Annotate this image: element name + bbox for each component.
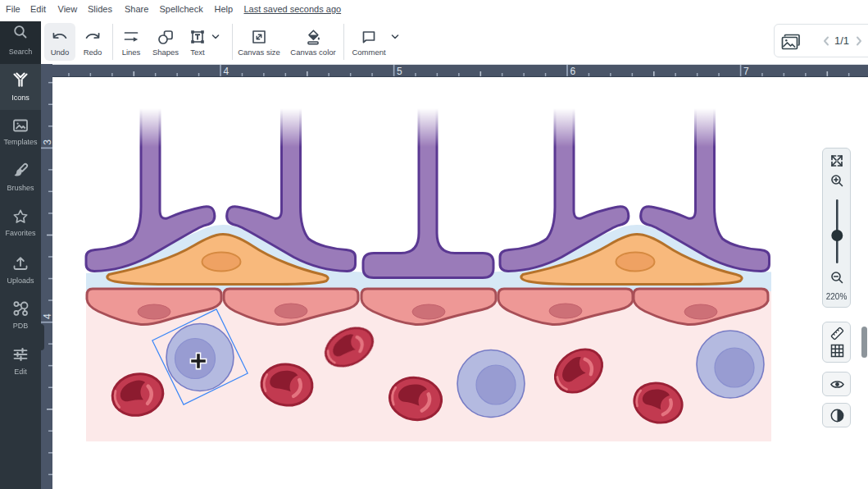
svg-text:3: 3 — [42, 139, 53, 145]
svg-text:5: 5 — [397, 66, 402, 77]
svg-text:6: 6 — [570, 66, 576, 77]
svg-text:4: 4 — [224, 66, 229, 77]
svg-text:4: 4 — [42, 313, 53, 319]
svg-text:7: 7 — [743, 66, 749, 77]
